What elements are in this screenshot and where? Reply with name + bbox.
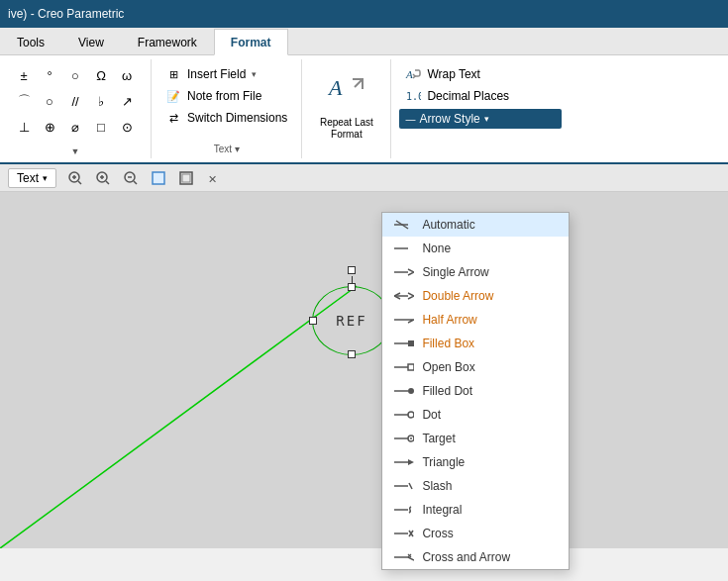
insert-field-button[interactable]: ⊞ Insert Field ▾ (159, 63, 293, 85)
dropdown-item-icon (394, 385, 414, 397)
tools-icon: ✕ (206, 170, 222, 186)
menu-tabs: Tools View Framework Format (0, 28, 728, 55)
symbol-button[interactable]: ⊕ (38, 115, 61, 139)
dropdown-item-icon (394, 504, 414, 516)
arrow-style-button[interactable]: — Arrow Style ▾ (399, 109, 562, 129)
dropdown-item-filled-dot[interactable]: Filled Dot (382, 379, 569, 403)
zoom-in-2-button[interactable] (90, 167, 116, 189)
symbol-button[interactable]: ○ (38, 89, 61, 113)
symbol-section: ±°○Ωω⌒○//♭↗⊥⊕⌀□⊙ ▼ (0, 59, 152, 158)
handle-bottom-center[interactable] (348, 350, 356, 358)
subheader: Text ▾ (0, 164, 728, 192)
text-dropdown[interactable]: Text ▾ (8, 168, 56, 188)
dropdown-item-filled-box[interactable]: Filled Box (382, 332, 569, 355)
ref-annotation[interactable]: REF (312, 286, 391, 355)
zoom-out-icon (123, 170, 139, 186)
view-box-icon (151, 170, 166, 186)
dropdown-item-dot[interactable]: Dot (382, 403, 569, 427)
symbol-button[interactable]: ⌀ (63, 115, 87, 139)
dropdown-item-icon (394, 456, 414, 468)
switch-dimensions-button[interactable]: ⇄ Switch Dimensions (159, 107, 293, 129)
repeat-last-label: Repeat Last Format (320, 117, 373, 141)
dropdown-item-icon (394, 528, 414, 539)
switch-icon: ⇄ (165, 110, 181, 126)
wrap-text-button[interactable]: A Wrap Text (399, 63, 562, 85)
dropdown-item-automatic[interactable]: Automatic (382, 213, 569, 237)
dropdown-item-icon (394, 219, 414, 231)
dropdown-item-icon (394, 409, 414, 421)
handle-left-center[interactable] (309, 317, 317, 325)
svg-point-19 (410, 437, 412, 439)
svg-line-45 (0, 286, 357, 548)
dropdown-item-cross[interactable]: Cross (382, 522, 569, 545)
insert-section: ⊞ Insert Field ▾ 📝 Note from File ⇄ Swit… (152, 59, 302, 158)
view-box-button[interactable] (146, 167, 171, 189)
tab-format[interactable]: Format (214, 29, 288, 55)
dropdown-item-half-arrow[interactable]: Half Arrow (382, 308, 569, 332)
ref-circle[interactable]: REF (312, 286, 391, 355)
handle-top-center[interactable] (348, 283, 356, 291)
dropdown-item-open-box[interactable]: Open Box (382, 355, 569, 379)
symbol-button[interactable]: ○ (63, 63, 87, 87)
dropdown-item-target[interactable]: Target (382, 427, 569, 450)
symbol-button[interactable]: ω (115, 63, 139, 87)
arrow-style-indicator: — (405, 114, 415, 125)
dropdown-item-label: Double Arrow (422, 289, 493, 303)
tab-tools[interactable]: Tools (0, 29, 61, 55)
dropdown-item-cross-and-arrow[interactable]: Cross and Arrow (382, 545, 569, 569)
dropdown-item-single-arrow[interactable]: Single Arrow (382, 260, 569, 284)
note-from-file-button[interactable]: 📝 Note from File (159, 85, 293, 107)
dropdown-item-icon (394, 266, 414, 278)
symbol-button[interactable]: ↗ (115, 89, 139, 113)
dropdown-item-label: None (422, 242, 451, 255)
dropdown-item-label: Cross (422, 527, 453, 540)
svg-point-16 (408, 412, 414, 418)
zoom-in-2-icon (95, 170, 111, 186)
dropdown-item-icon (394, 314, 414, 326)
insert-field-icon: ⊞ (165, 66, 181, 82)
frame-button[interactable] (173, 167, 199, 189)
symbol-button[interactable]: ⊙ (115, 115, 139, 139)
repeat-last-icon: A (325, 67, 368, 111)
arrow-style-dropdown: AutomaticNoneSingle ArrowDouble ArrowHal… (381, 212, 570, 570)
dropdown-item-icon (394, 480, 414, 492)
symbol-button[interactable]: □ (89, 115, 113, 139)
ref-text: REF (336, 313, 366, 329)
top-handle[interactable] (348, 266, 356, 274)
insert-field-arrow: ▾ (252, 69, 257, 79)
dropdown-item-label: Integral (422, 503, 462, 517)
svg-point-14 (408, 388, 414, 394)
dropdown-item-label: Cross and Arrow (422, 550, 510, 564)
svg-rect-41 (153, 172, 164, 184)
tab-framework[interactable]: Framework (121, 29, 214, 55)
symbol-button[interactable]: ⌒ (12, 89, 36, 113)
svg-text:A: A (405, 68, 413, 80)
symbol-button[interactable]: ± (12, 63, 36, 87)
dropdown-item-double-arrow[interactable]: Double Arrow (382, 284, 569, 308)
dropdown-item-integral[interactable]: Integral (382, 498, 569, 522)
dropdown-item-label: Slash (422, 479, 452, 493)
symbol-scroll-down[interactable]: ▼ (71, 146, 80, 158)
tab-view[interactable]: View (61, 29, 121, 55)
symbol-button[interactable]: // (63, 89, 87, 113)
svg-rect-43 (182, 174, 190, 182)
symbol-button[interactable]: ♭ (89, 89, 113, 113)
repeat-last-section[interactable]: A Repeat Last Format (302, 59, 391, 158)
zoom-out-button[interactable] (118, 167, 144, 189)
zoom-in-button[interactable] (62, 167, 88, 189)
dropdown-item-icon (394, 551, 414, 563)
dropdown-item-slash[interactable]: Slash (382, 474, 569, 498)
symbol-button[interactable]: Ω (89, 63, 113, 87)
symbol-button[interactable]: ° (38, 63, 61, 87)
symbol-button[interactable]: ⊥ (12, 115, 36, 139)
svg-text:✕: ✕ (208, 173, 217, 185)
tools-button[interactable]: ✕ (201, 167, 227, 189)
svg-rect-12 (408, 364, 414, 370)
dropdown-item-label: Triangle (422, 455, 465, 469)
decimal-places-button[interactable]: 1.0 Decimal Places (399, 85, 562, 107)
repeat-last-icon-area[interactable]: A (323, 63, 370, 115)
svg-line-22 (409, 483, 412, 489)
dropdown-item-none[interactable]: None (382, 237, 569, 260)
dropdown-item-triangle[interactable]: Triangle (382, 450, 569, 474)
canvas-area[interactable]: REF (0, 192, 728, 548)
